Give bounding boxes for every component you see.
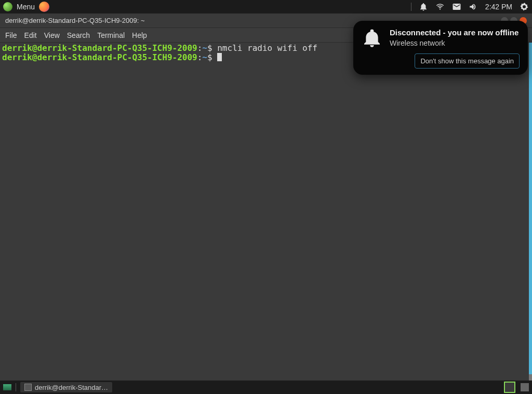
prompt-path: ~ [202, 43, 207, 53]
notification-bell-icon [362, 28, 382, 69]
notifications-bell-icon[interactable] [419, 2, 428, 11]
menu-view[interactable]: View [44, 31, 60, 39]
mail-icon[interactable] [452, 2, 461, 11]
top-panel: Menu 2:42 PM [0, 0, 532, 13]
svg-point-0 [440, 8, 441, 9]
menu-search[interactable]: Search [67, 31, 90, 39]
wifi-icon[interactable] [435, 2, 445, 11]
menu-help[interactable]: Help [132, 31, 147, 39]
distro-logo-icon[interactable] [3, 2, 12, 11]
power-gear-icon[interactable] [520, 2, 529, 11]
volume-icon[interactable] [469, 2, 478, 11]
prompt-host: derrik@derrik-Standard-PC-Q35-ICH9-2009 [2, 43, 197, 53]
panel-separator [411, 3, 411, 11]
terminal-taskbar-icon [24, 384, 32, 391]
notification-title: Disconnected - you are now offline [390, 28, 520, 37]
panel-separator [16, 383, 16, 391]
show-desktop-icon[interactable] [3, 384, 11, 390]
tray-app-icon[interactable] [504, 382, 515, 393]
menu-file[interactable]: File [5, 31, 17, 39]
firefox-launcher-icon[interactable] [39, 2, 49, 12]
prompt-path: ~ [202, 52, 207, 62]
menu-label[interactable]: Menu [17, 3, 35, 11]
prompt-host: derrik@derrik-Standard-PC-Q35-ICH9-2009 [2, 52, 197, 62]
prompt-colon: : [197, 52, 203, 62]
window-title: derrik@derrik-Standard-PC-Q35-ICH9-2009:… [5, 17, 145, 24]
terminal-cursor [217, 53, 222, 61]
notification-dismiss-button[interactable]: Don't show this message again [415, 53, 520, 69]
prompt-colon: : [197, 43, 203, 53]
tray-indicator-icon[interactable] [521, 383, 529, 391]
notification-subtitle: Wireless network [390, 39, 520, 47]
menu-terminal[interactable]: Terminal [97, 31, 125, 39]
taskbar-window-label: derrik@derrik-Standar… [35, 384, 108, 391]
notification-popup: Disconnected - you are now offline Wirel… [353, 21, 528, 75]
bottom-panel: derrik@derrik-Standar… [0, 381, 532, 394]
taskbar-window-button[interactable]: derrik@derrik-Standar… [20, 382, 112, 392]
terminal-scrollbar[interactable] [529, 43, 532, 381]
prompt-dollar: $ [207, 52, 217, 62]
terminal-viewport[interactable]: derrik@derrik-Standard-PC-Q35-ICH9-2009:… [0, 43, 529, 381]
menu-edit[interactable]: Edit [24, 31, 37, 39]
clock-label[interactable]: 2:42 PM [485, 3, 512, 11]
command-text: nmcli radio wifi off [217, 43, 317, 53]
prompt-dollar: $ [207, 43, 217, 53]
